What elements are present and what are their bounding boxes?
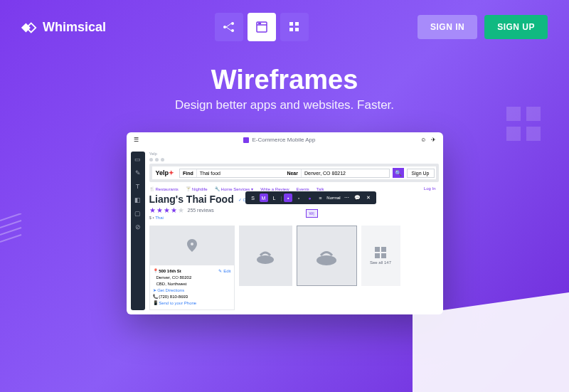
find-input[interactable]: Thai food	[197, 169, 284, 177]
map-placeholder[interactable]	[149, 226, 235, 265]
svg-point-8	[231, 29, 234, 32]
directions-link[interactable]: ➤ Get Directions	[153, 287, 231, 294]
svg-line-3	[0, 235, 21, 242]
photo-thumb-selected[interactable]	[297, 226, 357, 286]
search-button[interactable]: 🔍	[393, 168, 404, 178]
sticky-notes-icon[interactable]	[280, 13, 309, 41]
signin-button[interactable]: SIGN IN	[418, 15, 477, 39]
svg-line-9	[226, 23, 231, 27]
whimsical-icon	[21, 19, 37, 35]
top-nav: Whimsical SIGN IN SIGN UP	[0, 0, 569, 54]
signup-button[interactable]: SIGN UP	[484, 15, 548, 39]
nav-review[interactable]: Write a Review	[260, 186, 289, 191]
restaurant-name: Liang's Thai Food	[149, 194, 234, 205]
phone: 📞 (720) 810-8693	[153, 295, 188, 299]
svg-point-19	[257, 255, 274, 264]
text-selection[interactable]: W|	[306, 209, 318, 218]
near-input[interactable]: Denver, CO 80212	[302, 169, 389, 177]
size-s[interactable]: S	[249, 194, 257, 202]
flowchart-icon[interactable]	[215, 13, 243, 41]
brand-logo[interactable]: Whimsical	[21, 19, 106, 35]
nav-home[interactable]: 🔧 Home Services ▾	[215, 186, 254, 191]
text-icon[interactable]: T	[133, 181, 143, 191]
rating: ★★★★★ 255 reviews	[149, 206, 439, 214]
yelp-signup[interactable]: Sign Up	[407, 169, 435, 178]
shape-icon[interactable]: ◧	[133, 195, 143, 205]
nav-talk[interactable]: Talk	[317, 186, 324, 191]
hero-title: Wireframes	[0, 65, 569, 95]
comment-icon[interactable]: ▢	[133, 208, 143, 218]
send-icon[interactable]: ✈	[431, 137, 436, 143]
more-icon[interactable]: ⋯	[343, 194, 351, 202]
svg-line-0	[0, 213, 21, 221]
svg-rect-17	[289, 28, 293, 31]
align-icon[interactable]: ≡	[316, 194, 324, 202]
pen-icon[interactable]: ✎	[133, 168, 143, 178]
menu-icon[interactable]: ☰	[134, 137, 139, 143]
category-link[interactable]: Thai	[155, 216, 164, 220]
svg-line-1	[0, 221, 21, 228]
border-icon[interactable]: ▫	[294, 194, 303, 202]
send-phone-link[interactable]: 📱 Send to your Phone	[153, 300, 231, 307]
svg-point-20	[317, 255, 336, 265]
product-switcher	[215, 13, 309, 41]
user-icon[interactable]: ☺	[420, 137, 426, 143]
color-icon[interactable]: ●	[305, 194, 314, 202]
doc-icon	[243, 137, 249, 143]
link-icon[interactable]: ⊘	[133, 222, 143, 232]
doc-title: E-Commerce Mobile App	[252, 137, 315, 143]
svg-line-2	[0, 228, 21, 235]
login-link[interactable]: Log In	[421, 184, 439, 194]
weight-normal[interactable]: Normal	[326, 196, 340, 200]
pin-icon	[187, 239, 197, 252]
see-all-button[interactable]: See all 147	[361, 226, 400, 286]
food-icon	[255, 245, 276, 267]
wireframe-icon[interactable]	[248, 13, 276, 41]
close-icon[interactable]: ✕	[364, 194, 373, 202]
nav-restaurants[interactable]: 🍴 Restaurants	[149, 186, 179, 191]
floating-toolbar: S M L | ▪ ▫ ● ≡ Normal ⋯ 💬 ✕	[245, 191, 376, 204]
photo-thumb[interactable]	[239, 226, 292, 286]
svg-rect-16	[295, 22, 299, 26]
star-icon: ★	[149, 206, 156, 214]
size-l[interactable]: L	[270, 194, 279, 202]
nav-nightlife[interactable]: 🍸 Nightlife	[186, 186, 208, 191]
grid-icon	[375, 247, 386, 258]
svg-point-13	[259, 23, 260, 24]
fill-icon[interactable]: ▪	[284, 194, 292, 202]
tool-sidebar: ▭ ✎ T ◧ ▢ ⊘	[131, 152, 145, 310]
svg-point-6	[223, 26, 226, 28]
wireframe-preview: ☰ E-Commerce Mobile App ☺✈ ▭ ✎ T ◧ ▢ ⊘ Y…	[127, 132, 443, 314]
search-bar: Find Thai food Near Denver, CO 80212	[179, 169, 390, 178]
svg-rect-15	[289, 22, 293, 26]
chat-icon[interactable]: 💬	[353, 194, 362, 202]
review-count: 255 reviews	[188, 208, 214, 213]
edit-link[interactable]: ✎ Edit	[218, 268, 230, 275]
hero-subtitle: Design better apps and websites. Faster.	[0, 98, 569, 112]
nav-events[interactable]: Events	[296, 186, 309, 191]
svg-line-10	[226, 27, 231, 31]
svg-point-7	[231, 22, 234, 25]
size-m[interactable]: M	[260, 194, 268, 202]
cursor-icon[interactable]: ▭	[133, 154, 143, 164]
address-block: ✎ Edit 📍 500 16th St Denver, CO 80202 CB…	[149, 265, 235, 310]
hero: Wireframes Design better apps and websit…	[0, 65, 569, 112]
food-icon	[314, 244, 339, 268]
svg-rect-18	[295, 28, 299, 31]
yelp-logo: Yelp✦	[154, 169, 177, 176]
svg-point-14	[260, 23, 261, 24]
